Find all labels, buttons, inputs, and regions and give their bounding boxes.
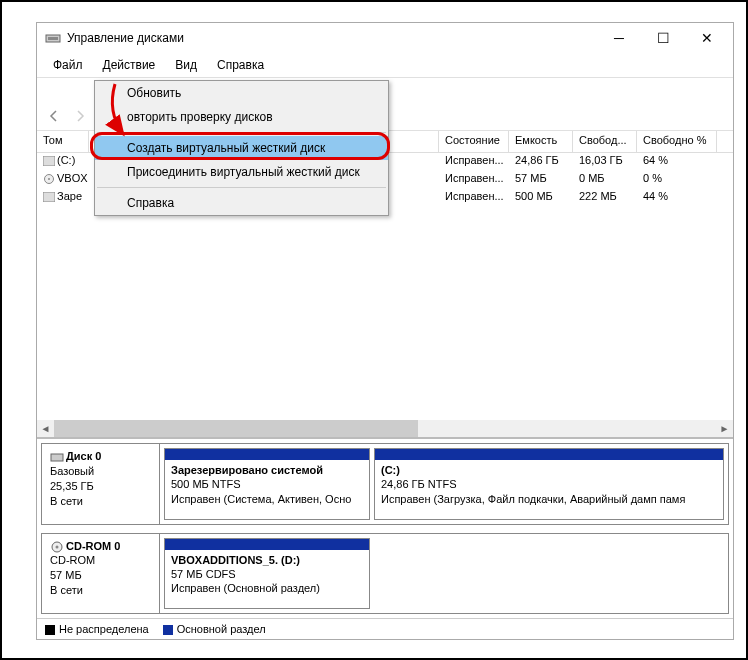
col-pct[interactable]: Свободно %: [637, 131, 717, 152]
menu-separator: [97, 132, 386, 133]
col-volume[interactable]: Том: [37, 131, 89, 152]
disk-info: CD-ROM 0 CD-ROM 57 МБ В сети: [42, 534, 160, 614]
menu-item-attach-vhd[interactable]: Присоединить виртуальный жесткий диск: [95, 160, 388, 184]
partition-bar: [165, 539, 369, 550]
menu-file[interactable]: Файл: [43, 55, 93, 75]
partition-bar: [165, 449, 369, 460]
col-free[interactable]: Свобод...: [573, 131, 637, 152]
back-button[interactable]: [43, 105, 65, 127]
titlebar: Управление дисками ─ ☐ ✕: [37, 23, 733, 53]
disk-icon: [50, 451, 64, 463]
disk-row: Диск 0 Базовый 25,35 ГБ В сети Зарезерви…: [41, 443, 729, 525]
maximize-button[interactable]: ☐: [641, 24, 685, 52]
svg-rect-1: [48, 37, 58, 40]
menu-view[interactable]: Вид: [165, 55, 207, 75]
menu-item-refresh[interactable]: Обновить: [95, 81, 388, 105]
disk-layout-pane: Диск 0 Базовый 25,35 ГБ В сети Зарезерви…: [37, 437, 733, 639]
horizontal-scrollbar[interactable]: ◄ ►: [37, 420, 733, 437]
partition[interactable]: Зарезервировано системой500 МБ NTFSИспра…: [164, 448, 370, 520]
col-state[interactable]: Состояние: [439, 131, 509, 152]
svg-rect-3: [43, 156, 55, 166]
disk-info: Диск 0 Базовый 25,35 ГБ В сети: [42, 444, 160, 524]
scroll-left-button[interactable]: ◄: [37, 420, 54, 437]
legend-swatch-primary: [163, 625, 173, 635]
legend: Не распределена Основной раздел: [37, 618, 733, 639]
menu-item-create-vhd[interactable]: Создать виртуальный жесткий диск: [95, 136, 388, 160]
close-button[interactable]: ✕: [685, 24, 729, 52]
menu-item-rescan[interactable]: овторить проверку дисков: [95, 105, 388, 129]
partition[interactable]: VBOXADDITIONS_5. (D:)57 МБ CDFSИсправен …: [164, 538, 370, 610]
forward-button[interactable]: [69, 105, 91, 127]
scroll-right-button[interactable]: ►: [716, 420, 733, 437]
svg-rect-7: [51, 454, 63, 461]
menu-action[interactable]: Действие: [93, 55, 166, 75]
window-title: Управление дисками: [67, 31, 597, 45]
svg-rect-6: [43, 192, 55, 202]
action-menu-dropdown: Обновить овторить проверку дисков Создат…: [94, 80, 389, 216]
scroll-thumb[interactable]: [54, 420, 418, 437]
minimize-button[interactable]: ─: [597, 24, 641, 52]
menu-help[interactable]: Справка: [207, 55, 274, 75]
col-capacity[interactable]: Емкость: [509, 131, 573, 152]
menubar: Файл Действие Вид Справка: [37, 53, 733, 78]
cdrom-icon: [50, 541, 64, 553]
cd-icon: [43, 174, 55, 184]
menu-separator: [97, 187, 386, 188]
disk-row: CD-ROM 0 CD-ROM 57 МБ В сети VBOXADDITIO…: [41, 533, 729, 615]
volume-icon: [43, 156, 55, 166]
partition[interactable]: (C:)24,86 ГБ NTFSИсправен (Загрузка, Фай…: [374, 448, 724, 520]
svg-point-5: [48, 178, 50, 180]
volume-icon: [43, 192, 55, 202]
partition-bar: [375, 449, 723, 460]
legend-swatch-unallocated: [45, 625, 55, 635]
svg-point-9: [56, 545, 59, 548]
menu-item-help[interactable]: Справка: [95, 191, 388, 215]
app-icon: [45, 30, 61, 46]
